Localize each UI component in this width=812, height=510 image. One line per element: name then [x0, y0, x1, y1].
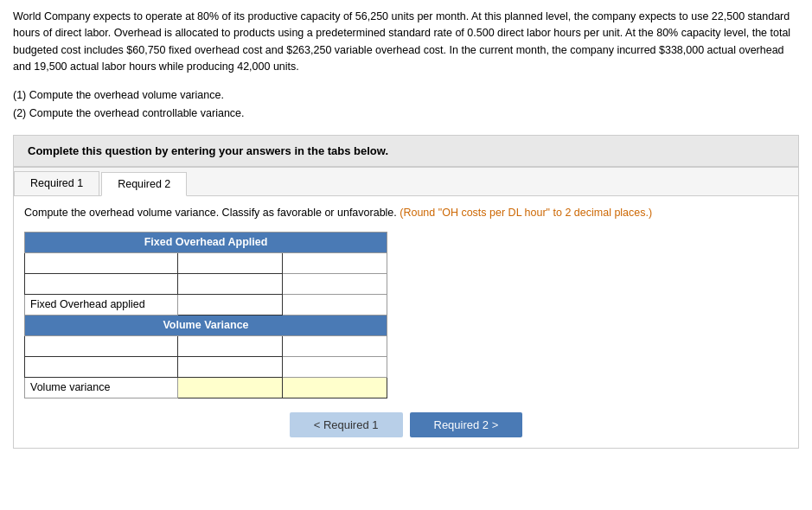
input-vv-val[interactable] — [178, 378, 282, 398]
fixed-overhead-label: Fixed Overhead applied — [25, 294, 178, 315]
table-row — [25, 356, 387, 377]
section1-header-row: Fixed Overhead Applied — [25, 232, 387, 252]
table-row — [25, 252, 387, 273]
section2-header: Volume Variance — [25, 315, 387, 335]
task1-text: (1) Compute the overhead volume variance… — [13, 86, 799, 105]
input-s2r2c2[interactable] — [178, 357, 282, 377]
input-s1r1c1[interactable] — [25, 253, 177, 273]
cell-s2r1c2[interactable] — [177, 335, 282, 356]
tab-content: Compute the overhead volume variance. Cl… — [14, 196, 798, 448]
tab-instruction: Compute the overhead volume variance. Cl… — [24, 205, 788, 221]
prev-button[interactable]: < Required 1 — [290, 412, 403, 437]
volume-variance-label-row: Volume variance — [25, 377, 387, 398]
instruction-box: Complete this question by entering your … — [13, 135, 799, 167]
task2-text: (2) Compute the overhead controllable va… — [13, 105, 799, 123]
cell-s1r1c2[interactable] — [177, 252, 282, 273]
input-s2r1c2[interactable] — [178, 336, 282, 356]
input-s1r2c1[interactable] — [25, 274, 177, 294]
cell-s2r1c3 — [282, 335, 387, 356]
cell-vv-val[interactable] — [177, 377, 282, 398]
cell-foh-empty — [282, 294, 387, 315]
input-s1r2c2[interactable] — [178, 274, 282, 294]
overhead-table: Fixed Overhead Applied Fixed Overhead ap… — [24, 232, 387, 398]
input-s1r1c2[interactable] — [178, 253, 282, 273]
tab-required2[interactable]: Required 2 — [101, 172, 187, 196]
cell-s2r2c3 — [282, 356, 387, 377]
cell-s2r1c1[interactable] — [25, 335, 178, 356]
input-s2r2c1[interactable] — [25, 357, 177, 377]
table-row — [25, 273, 387, 294]
table-row — [25, 335, 387, 356]
section1-header: Fixed Overhead Applied — [25, 232, 387, 252]
cell-s2r2c1[interactable] — [25, 356, 178, 377]
fixed-overhead-label-row: Fixed Overhead applied — [25, 294, 387, 315]
cell-vv-type[interactable] — [282, 377, 387, 398]
cell-s1r1c3 — [282, 252, 387, 273]
cell-s1r2c2[interactable] — [177, 273, 282, 294]
volume-variance-label: Volume variance — [25, 377, 178, 398]
input-vv-type[interactable] — [283, 378, 387, 398]
intro-paragraph: World Company expects to operate at 80% … — [13, 9, 799, 76]
cell-s1r2c3 — [282, 273, 387, 294]
input-foh-val[interactable] — [178, 295, 282, 315]
instruction-text: Complete this question by entering your … — [28, 144, 388, 157]
section2-header-row: Volume Variance — [25, 315, 387, 335]
next-button[interactable]: Required 2 > — [410, 412, 523, 437]
cell-s1r1c1[interactable] — [25, 252, 178, 273]
instruction-note-orange: (Round "OH costs per DL hour" to 2 decim… — [400, 207, 652, 219]
input-s2r1c1[interactable] — [25, 336, 177, 356]
cell-s2r2c2[interactable] — [177, 356, 282, 377]
cell-foh-val[interactable] — [177, 294, 282, 315]
nav-buttons: < Required 1 Required 2 > — [24, 412, 788, 437]
cell-s1r2c1[interactable] — [25, 273, 178, 294]
tab-required1[interactable]: Required 1 — [14, 171, 99, 195]
tabs-row: Required 1 Required 2 — [14, 168, 798, 196]
